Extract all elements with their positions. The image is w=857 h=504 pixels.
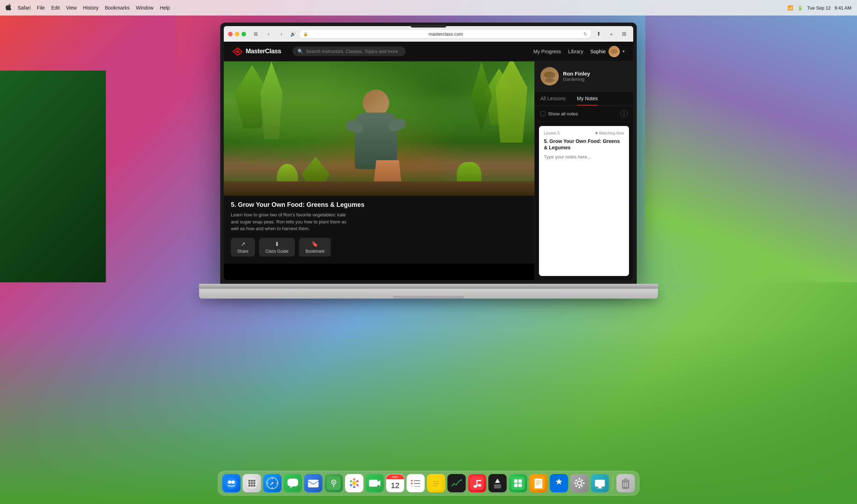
svg-rect-30 [414, 480, 420, 481]
tab-my-notes[interactable]: My Notes [571, 91, 604, 106]
note-lesson-title: 5. Grow Your Own Food: Greens & Legumes [544, 138, 624, 151]
dock-item-calendar[interactable]: SEP 12 [386, 474, 404, 492]
laptop-base [199, 289, 658, 299]
address-bar[interactable]: 🔒 masterclass.com ↻ [300, 30, 591, 38]
laptop-screen: ⊞ ‹ › 🔊 🔒 masterclass.com ↻ ⬆ + ⊞ [220, 23, 637, 284]
menu-window[interactable]: Window [136, 5, 154, 11]
back-button[interactable]: ‹ [264, 29, 274, 39]
dock-item-numbers[interactable] [509, 474, 527, 492]
main-content: 5. Grow Your Own Food: Greens & Legumes … [224, 61, 633, 280]
dock-item-music[interactable] [468, 474, 486, 492]
dock-item-screen-time[interactable] [591, 474, 609, 492]
dock-item-messages[interactable] [284, 474, 302, 492]
user-menu[interactable]: Sophie ▾ [590, 46, 625, 57]
show-all-notes[interactable]: Show all notes [540, 111, 578, 116]
maximize-button[interactable] [241, 32, 246, 36]
dock-item-appstore[interactable] [550, 474, 568, 492]
apple-logo-icon[interactable] [6, 4, 11, 12]
menu-safari[interactable]: Safari [18, 5, 31, 11]
svg-point-27 [350, 480, 352, 482]
instructor-subject: Gardening [563, 77, 590, 82]
nav-my-progress[interactable]: My Progress [533, 49, 561, 54]
menubar-datetime: Tue Sep 12 9:41 AM [807, 5, 851, 11]
dock-item-trash[interactable] [617, 474, 635, 492]
sidebar-toggle-button[interactable]: ⊞ [251, 29, 261, 39]
new-tab-button[interactable]: + [606, 29, 616, 39]
dock-item-maps[interactable] [325, 474, 343, 492]
svg-rect-68 [598, 488, 603, 488]
browser-toolbar: ⊞ ‹ › 🔊 🔒 masterclass.com ↻ ⬆ + ⊞ [228, 29, 629, 39]
dock-item-stocks[interactable] [448, 474, 466, 492]
show-all-notes-checkbox[interactable] [540, 111, 545, 116]
dock-item-finder[interactable] [222, 474, 241, 492]
video-actions: ↗ Share ⬇ Class Guide 🔖 Bookmark [231, 238, 527, 258]
menu-bookmarks[interactable]: Bookmarks [105, 5, 130, 11]
svg-point-23 [356, 480, 359, 482]
share-icon: ↗ [241, 241, 245, 247]
close-button[interactable] [228, 32, 233, 36]
svg-rect-31 [411, 483, 413, 484]
svg-point-25 [353, 486, 355, 488]
bookmark-icon: 🔖 [311, 241, 318, 247]
dock-item-pages[interactable] [529, 474, 548, 492]
nav-search[interactable]: 🔍 Search Instructors, Classes, Topics an… [293, 47, 406, 56]
svg-point-10 [248, 485, 251, 487]
video-section: 5. Grow Your Own Food: Greens & Legumes … [224, 61, 534, 280]
svg-rect-32 [414, 483, 420, 484]
forward-button[interactable]: › [276, 29, 286, 39]
dock-item-mail[interactable] [304, 474, 323, 492]
instructor-avatar [540, 67, 559, 85]
nav-right: My Progress Library Sophie ▾ [533, 46, 625, 57]
tabs-button[interactable]: ⊞ [619, 29, 629, 39]
svg-rect-67 [599, 487, 601, 488]
lock-icon: 🔒 [303, 32, 308, 36]
nav-library[interactable]: Library [568, 49, 583, 54]
share-video-button[interactable]: ↗ Share [231, 238, 255, 257]
reload-button[interactable]: ↻ [583, 31, 587, 37]
dock-item-facetime[interactable] [366, 474, 384, 492]
tab-all-lessons[interactable]: All Lessons [535, 91, 571, 106]
svg-rect-48 [519, 479, 522, 483]
share-button[interactable]: ⬆ [594, 29, 604, 39]
dock-divider [613, 476, 613, 491]
dock: SEP 12 [218, 471, 640, 496]
menu-edit[interactable]: Edit [51, 5, 60, 11]
bookmark-button[interactable]: 🔖 Bookmark [299, 238, 331, 257]
traffic-lights [228, 32, 246, 36]
svg-rect-49 [514, 484, 518, 487]
search-icon: 🔍 [298, 49, 303, 54]
download-icon: ⬇ [275, 241, 279, 247]
svg-point-15 [272, 482, 273, 484]
dock-item-appletv[interactable] [489, 474, 507, 492]
dock-item-safari[interactable] [263, 474, 282, 492]
svg-point-2 [232, 480, 235, 484]
dock-item-photos[interactable] [345, 474, 364, 492]
note-lesson-label: Lesson 5 [544, 131, 560, 135]
svg-point-6 [253, 480, 256, 482]
svg-rect-29 [411, 480, 413, 481]
svg-point-57 [578, 482, 581, 485]
dock-item-notes[interactable] [427, 474, 445, 492]
svg-point-39 [461, 479, 462, 481]
note-textarea[interactable] [544, 154, 624, 232]
menu-file[interactable]: File [37, 5, 45, 11]
browser-actions: ⬆ + ⊞ [594, 29, 629, 39]
minimize-button[interactable] [235, 32, 239, 36]
dock-item-reminders[interactable] [407, 474, 425, 492]
dock-item-launchpad[interactable] [243, 474, 261, 492]
info-icon[interactable]: i [621, 110, 628, 117]
dock-item-system-preferences[interactable] [570, 474, 589, 492]
menu-help[interactable]: Help [160, 5, 170, 11]
masterclass-logo[interactable]: MasterClass [232, 47, 281, 56]
speaker-icon: 🔊 [289, 30, 297, 38]
class-guide-button[interactable]: ⬇ Class Guide [259, 238, 295, 257]
menu-history[interactable]: History [83, 5, 98, 11]
svg-rect-16 [288, 479, 298, 486]
video-thumbnail [224, 61, 534, 196]
svg-point-4 [248, 480, 251, 482]
svg-rect-47 [514, 479, 518, 483]
svg-point-24 [356, 484, 359, 486]
laptop-container: ⊞ ‹ › 🔊 🔒 masterclass.com ↻ ⬆ + ⊞ [199, 23, 658, 299]
video-container[interactable] [224, 61, 534, 196]
menu-view[interactable]: View [66, 5, 77, 11]
